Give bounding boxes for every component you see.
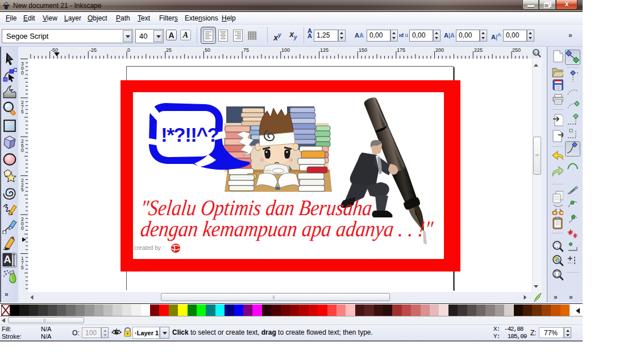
- svg-text:250: 250: [512, 47, 521, 53]
- svg-text:75: 75: [243, 47, 249, 53]
- svg-text:225: 225: [474, 47, 483, 53]
- svg-text:50: 50: [205, 47, 210, 53]
- svg-text:-25: -25: [89, 47, 97, 53]
- svg-text:25: 25: [166, 47, 172, 53]
- svg-text:100: 100: [281, 47, 290, 53]
- svg-text:175: 175: [397, 47, 405, 53]
- svg-text:5: 5: [21, 265, 24, 270]
- svg-text:0: 0: [21, 70, 24, 76]
- svg-text:created by :: created by :: [134, 245, 164, 251]
- svg-text:150: 150: [359, 47, 367, 53]
- svg-text:0: 0: [21, 147, 24, 153]
- svg-text:5: 5: [21, 109, 24, 114]
- svg-text:!*?!!^?: !*?!!^?: [161, 124, 218, 146]
- svg-text:-50: -50: [51, 47, 58, 53]
- svg-text:200: 200: [435, 47, 444, 53]
- svg-text:1:1: 1:1: [534, 51, 539, 55]
- svg-text:0: 0: [127, 47, 130, 53]
- svg-text:5: 5: [21, 187, 24, 192]
- svg-text:125: 125: [320, 47, 329, 53]
- svg-text:0: 0: [21, 225, 24, 231]
- svg-text:dengan kemampuan apa adanya .: dengan kemampuan apa adanya . . !": [139, 216, 435, 241]
